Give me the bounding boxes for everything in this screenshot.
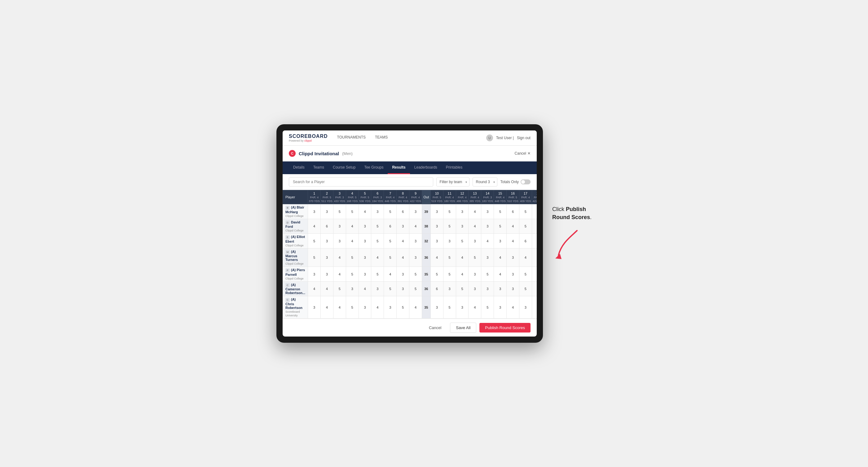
hole-13-score[interactable]: 4 xyxy=(469,204,481,219)
cancel-button[interactable]: Cancel xyxy=(423,323,447,333)
hole-3-score[interactable]: 4 xyxy=(333,267,346,282)
hole-4-score[interactable]: 4 xyxy=(346,234,359,249)
publish-round-scores-button[interactable]: Publish Round Scores xyxy=(479,323,530,333)
hole-18-score[interactable]: 5 xyxy=(532,219,537,234)
hole-16-score[interactable]: 4 xyxy=(507,219,519,234)
hole-15-score[interactable]: 5 xyxy=(494,204,507,219)
hole-12-score[interactable]: 3 xyxy=(456,219,469,234)
hole-13-score[interactable]: 5 xyxy=(469,248,481,267)
hole-16-score[interactable]: 4 xyxy=(507,296,519,318)
hole-8-score[interactable]: 6 xyxy=(397,204,409,219)
hole-2-score[interactable]: 4 xyxy=(321,296,334,318)
hole-9-score[interactable]: 4 xyxy=(409,219,422,234)
hole-5-score[interactable]: 4 xyxy=(359,281,371,296)
hole-5-score[interactable]: 3 xyxy=(359,267,371,282)
hole-6-score[interactable]: 4 xyxy=(371,248,384,267)
hole-16-score[interactable]: 3 xyxy=(507,281,519,296)
hole-12-score[interactable]: 4 xyxy=(456,248,469,267)
hole-5-score[interactable]: 3 xyxy=(359,296,371,318)
hole-15-score[interactable]: 5 xyxy=(494,219,507,234)
hole-10-score[interactable]: 5 xyxy=(430,267,443,282)
hole-18-score[interactable]: 3 xyxy=(532,248,537,267)
hole-5-score[interactable]: 3 xyxy=(359,248,371,267)
hole-15-score[interactable]: 4 xyxy=(494,267,507,282)
tab-printables[interactable]: Printables xyxy=(442,161,467,174)
hole-13-score[interactable]: 3 xyxy=(469,267,481,282)
hole-4-score[interactable]: 5 xyxy=(346,267,359,282)
hole-3-score[interactable]: 4 xyxy=(333,248,346,267)
nav-tournaments[interactable]: TOURNAMENTS xyxy=(337,135,366,141)
hole-14-score[interactable]: 5 xyxy=(481,296,494,318)
hole-17-score[interactable]: 5 xyxy=(519,204,532,219)
hole-2-score[interactable]: 3 xyxy=(321,248,334,267)
hole-4-score[interactable]: 4 xyxy=(346,219,359,234)
hole-11-score[interactable]: 5 xyxy=(443,267,456,282)
round-select[interactable]: Round 3 xyxy=(472,177,497,187)
hole-17-score[interactable]: 6 xyxy=(519,234,532,249)
hole-9-score[interactable]: 3 xyxy=(409,234,422,249)
hole-5-score[interactable]: 4 xyxy=(359,204,371,219)
hole-8-score[interactable]: 3 xyxy=(397,281,409,296)
hole-1-score[interactable]: 5 xyxy=(308,248,321,267)
hole-9-score[interactable]: 5 xyxy=(409,281,422,296)
hole-9-score[interactable]: 3 xyxy=(409,248,422,267)
hole-9-score[interactable]: 4 xyxy=(409,296,422,318)
hole-1-score[interactable]: 5 xyxy=(308,234,321,249)
hole-15-score[interactable]: 4 xyxy=(494,248,507,267)
nav-teams[interactable]: TEAMS xyxy=(375,135,388,141)
hole-14-score[interactable]: 4 xyxy=(481,234,494,249)
hole-11-score[interactable]: 5 xyxy=(443,204,456,219)
tab-leaderboards[interactable]: Leaderboards xyxy=(410,161,442,174)
hole-13-score[interactable]: 3 xyxy=(469,281,481,296)
tab-results[interactable]: Results xyxy=(388,161,410,174)
hole-10-score[interactable]: 3 xyxy=(430,204,443,219)
hole-6-score[interactable]: 3 xyxy=(371,204,384,219)
hole-10-score[interactable]: 6 xyxy=(430,281,443,296)
tab-course-setup[interactable]: Course Setup xyxy=(329,161,360,174)
hole-18-score[interactable]: 6 xyxy=(532,267,537,282)
hole-17-score[interactable]: 3 xyxy=(519,296,532,318)
hole-12-score[interactable]: 3 xyxy=(456,204,469,219)
hole-4-score[interactable]: 5 xyxy=(346,248,359,267)
hole-1-score[interactable]: 3 xyxy=(308,296,321,318)
tab-details[interactable]: Details xyxy=(289,161,309,174)
hole-7-score[interactable]: 4 xyxy=(384,267,397,282)
hole-11-score[interactable]: 3 xyxy=(443,234,456,249)
hole-14-score[interactable]: 3 xyxy=(481,248,494,267)
hole-2-score[interactable]: 4 xyxy=(321,281,334,296)
hole-8-score[interactable]: 5 xyxy=(397,296,409,318)
hole-3-score[interactable]: 3 xyxy=(333,234,346,249)
hole-2-score[interactable]: 3 xyxy=(321,234,334,249)
hole-18-score[interactable]: 3 xyxy=(532,204,537,219)
hole-15-score[interactable]: 3 xyxy=(494,281,507,296)
hole-16-score[interactable]: 3 xyxy=(507,248,519,267)
hole-1-score[interactable]: 3 xyxy=(308,267,321,282)
hole-1-score[interactable]: 3 xyxy=(308,204,321,219)
hole-11-score[interactable]: 3 xyxy=(443,281,456,296)
hole-17-score[interactable]: 5 xyxy=(519,219,532,234)
hole-14-score[interactable]: 3 xyxy=(481,281,494,296)
hole-3-score[interactable]: 5 xyxy=(333,281,346,296)
cancel-header-button[interactable]: Cancel ✕ xyxy=(515,151,530,156)
hole-3-score[interactable]: 5 xyxy=(333,204,346,219)
hole-1-score[interactable]: 4 xyxy=(308,219,321,234)
hole-16-score[interactable]: 6 xyxy=(507,204,519,219)
hole-7-score[interactable]: 5 xyxy=(384,248,397,267)
hole-13-score[interactable]: 4 xyxy=(469,219,481,234)
hole-12-score[interactable]: 4 xyxy=(456,267,469,282)
hole-8-score[interactable]: 3 xyxy=(397,267,409,282)
hole-9-score[interactable]: 3 xyxy=(409,204,422,219)
hole-10-score[interactable]: 3 xyxy=(430,296,443,318)
hole-7-score[interactable]: 6 xyxy=(384,219,397,234)
hole-14-score[interactable]: 5 xyxy=(481,267,494,282)
hole-15-score[interactable]: 3 xyxy=(494,296,507,318)
hole-5-score[interactable]: 3 xyxy=(359,234,371,249)
hole-2-score[interactable]: 3 xyxy=(321,204,334,219)
hole-10-score[interactable]: 3 xyxy=(430,219,443,234)
save-all-button[interactable]: Save All xyxy=(450,322,476,333)
hole-11-score[interactable]: 5 xyxy=(443,219,456,234)
filter-team-select[interactable]: Filter by team xyxy=(436,177,469,187)
hole-11-score[interactable]: 5 xyxy=(443,248,456,267)
hole-6-score[interactable]: 4 xyxy=(371,296,384,318)
hole-12-score[interactable]: 5 xyxy=(456,234,469,249)
